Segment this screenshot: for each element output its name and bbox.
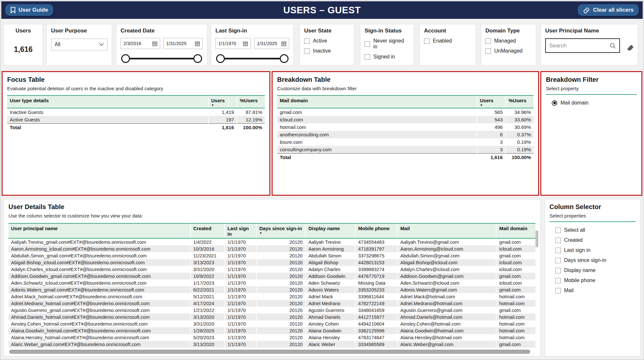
slider-handle-right[interactable]: [193, 54, 202, 63]
calendar-icon[interactable]: [281, 41, 286, 46]
table-row[interactable]: Aaliyah.Trevino_gmail.com#EXT#@bsuredemo…: [8, 238, 535, 245]
column-header[interactable]: Mail domain: [496, 223, 535, 238]
column-header[interactable]: Created: [190, 223, 225, 238]
checkbox-option[interactable]: Active: [304, 38, 350, 44]
column-header-sorted[interactable]: Days since sign-in▼: [256, 223, 305, 238]
checkbox[interactable]: [555, 268, 561, 273]
checkbox[interactable]: [555, 228, 561, 233]
column-header-sorted[interactable]: Users▼: [477, 95, 506, 108]
last-sign-in-start-input[interactable]: 1/1/1970: [215, 38, 251, 49]
table-row[interactable]: Inactive Guests1,41987.81%: [7, 108, 265, 116]
checkbox-option[interactable]: Mobile phone: [555, 278, 636, 283]
clear-search-eraser-icon[interactable]: [626, 44, 635, 51]
table-row[interactable]: Alaric.Weber_gmail.com#EXT#@bsuredemo.on…: [8, 341, 535, 348]
upn-search-box[interactable]: [545, 38, 620, 53]
checkbox-option[interactable]: Never signed in: [365, 38, 409, 50]
table-row[interactable]: Alaina.Hensley_hotmail.com#EXT#@bsuredem…: [8, 334, 535, 341]
column-header[interactable]: Mail: [397, 223, 496, 238]
table-row[interactable]: Ahmad.Daniels_hotmail.com#EXT#@bsuredemo…: [8, 314, 535, 320]
total-users: 1,616: [477, 154, 506, 161]
slider-handle-left[interactable]: [121, 54, 130, 63]
table-row[interactable]: Aden.Schwartz_icloud.com#EXT#@bsuredemo.…: [8, 279, 535, 286]
table-row[interactable]: Active Guests19712.19%: [7, 116, 265, 124]
checkbox-option[interactable]: UnManaged: [485, 48, 532, 54]
header-row: Mail domain Users▼ %Users: [277, 95, 534, 108]
checkbox[interactable]: [485, 38, 491, 44]
checkbox-option[interactable]: Select all: [555, 227, 636, 233]
user-purpose-slicer: User Purpose All: [46, 24, 112, 66]
last-sign-in-end-input[interactable]: 1/31/2025: [254, 38, 290, 49]
column-header[interactable]: User type details: [7, 95, 208, 108]
checkbox[interactable]: [304, 38, 310, 44]
checkbox[interactable]: [365, 54, 370, 60]
checkbox-option[interactable]: Created: [555, 237, 636, 243]
table-row[interactable]: hotmail.com49630.69%: [277, 123, 534, 131]
radio-option[interactable]: Mail domain: [552, 100, 637, 106]
user-guide-button[interactable]: User Guide: [5, 4, 53, 16]
calendar-icon[interactable]: [195, 41, 200, 46]
checkbox[interactable]: [304, 48, 310, 54]
clear-all-slicers-button[interactable]: Clear all slicers: [578, 4, 639, 16]
checkbox[interactable]: [555, 238, 561, 243]
checkbox[interactable]: [555, 288, 561, 293]
table-row[interactable]: Adriel.Medrano_hotmail.com#EXT#@bsuredem…: [8, 300, 535, 307]
table-row[interactable]: Agustin.Guerrero_gmail.com#EXT#@bsuredem…: [8, 307, 535, 314]
table-row[interactable]: Abigail.Bishop_icloud.com#EXT#@bsuredemo…: [8, 259, 535, 266]
created-date-end-input[interactable]: 1/31/2025: [163, 38, 203, 49]
checkbox-option[interactable]: Mail: [555, 288, 636, 293]
column-header[interactable]: Mobile phone: [355, 223, 397, 238]
column-header[interactable]: Mail domain: [277, 95, 477, 108]
cell: 3/31/2020: [190, 266, 225, 273]
table-row[interactable]: Abdullah.Simon_gmail.com#EXT#@bsuredemo.…: [8, 252, 535, 259]
checkbox-option[interactable]: Display name: [555, 267, 636, 273]
checkbox[interactable]: [485, 48, 491, 54]
column-header[interactable]: Display name: [305, 223, 355, 238]
column-header-sorted[interactable]: Users▼: [208, 95, 237, 108]
checkbox[interactable]: [365, 41, 370, 47]
checkbox-option[interactable]: Signed in: [365, 54, 409, 60]
calendar-icon[interactable]: [243, 41, 248, 46]
upn-search-input[interactable]: [549, 43, 610, 49]
checkbox[interactable]: [555, 248, 561, 253]
checkbox-option[interactable]: Days since sign-in: [555, 257, 636, 263]
checkbox-option[interactable]: Last sign in: [555, 247, 636, 253]
checkbox[interactable]: [555, 258, 561, 263]
cell: Abdullah Simon: [305, 252, 355, 259]
radio-button[interactable]: [552, 100, 557, 106]
vertical-scrollbar-thumb[interactable]: [535, 230, 538, 247]
table-row[interactable]: bsure.com30.19%: [277, 138, 534, 146]
breakdown-filter-options: Mail domain: [552, 100, 637, 106]
table-row[interactable]: anotherconsulting.com60.37%: [277, 131, 534, 138]
table-row[interactable]: consultingcompany.com30.19%: [277, 146, 534, 154]
slider-handle-left[interactable]: [216, 54, 225, 63]
table-row[interactable]: Ainsley.Cohen_hotmail.com#EXT#@bsuredemo…: [8, 320, 535, 327]
horizontal-scrollbar-thumb[interactable]: [9, 350, 530, 354]
column-header[interactable]: %Users: [506, 95, 534, 108]
checkbox-option[interactable]: Managed: [485, 38, 532, 44]
table-row[interactable]: Adalyn.Charles_icloud.com#EXT#@bsuredemo…: [8, 266, 535, 273]
user-purpose-dropdown[interactable]: All: [51, 39, 108, 50]
column-header[interactable]: Last sign in: [225, 223, 256, 238]
cell: gmail.com: [496, 307, 535, 314]
table-row[interactable]: gmail.com56534.96%: [277, 108, 534, 116]
table-row[interactable]: Alaina.Goodwin_hotmail.com#EXT#@bsuredem…: [8, 327, 535, 334]
table-row[interactable]: Addison.Goodwin_gmail.com#EXT#@bsuredemo…: [8, 273, 535, 279]
checkbox[interactable]: [424, 38, 430, 44]
checkbox[interactable]: [555, 278, 561, 283]
cell: 3362125596: [355, 327, 397, 334]
table-row[interactable]: Adonis.Waters_gmail.com#EXT#@bsuredemo.o…: [8, 286, 535, 293]
column-header[interactable]: User principal name: [8, 223, 190, 238]
slider-handle-right[interactable]: [280, 54, 289, 63]
created-date-start-input[interactable]: 2/3/2016: [121, 38, 160, 49]
checkbox-option[interactable]: Inactive: [304, 48, 350, 54]
checkbox-option[interactable]: Enabled: [424, 38, 471, 44]
cell: 1/1/1970: [225, 273, 256, 279]
table-row[interactable]: Aaron.Armstrong_icloud.com#EXT#@bsuredem…: [8, 245, 535, 252]
cell: 4494210604: [355, 320, 397, 327]
focus-table-title: Focus Table: [7, 76, 265, 83]
calendar-icon[interactable]: [152, 41, 157, 46]
table-row[interactable]: icloud.com54333.60%: [277, 116, 534, 123]
column-header[interactable]: %Users: [237, 95, 265, 108]
user-details-table: User principal name Created Last sign in…: [8, 223, 535, 348]
table-row[interactable]: Adriel.Mack_hotmail.com#EXT#@bsuredemo.o…: [8, 293, 535, 300]
